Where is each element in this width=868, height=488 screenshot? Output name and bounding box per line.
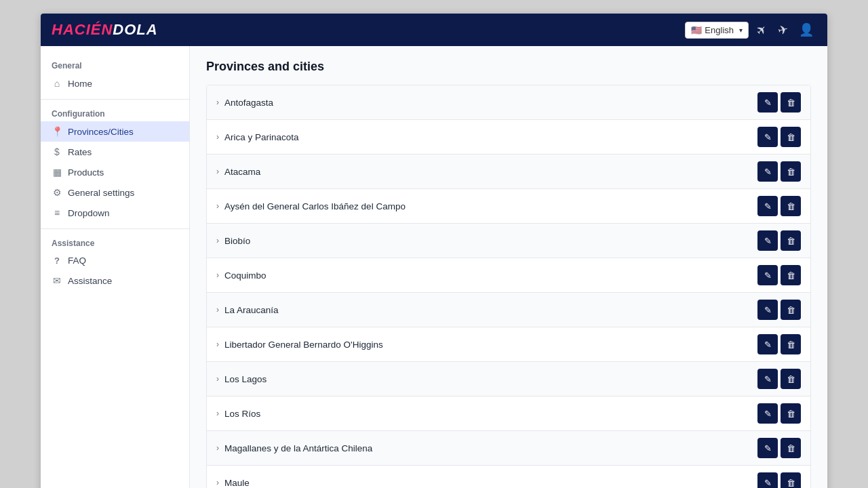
edit-button[interactable]: ✎ <box>757 472 778 488</box>
province-name: Los Ríos <box>224 409 260 419</box>
delete-button[interactable]: 🗑 <box>781 196 801 216</box>
edit-button[interactable]: ✎ <box>757 438 778 458</box>
province-row: › Maule ✎ 🗑 <box>207 466 810 488</box>
sidebar-home-label: Home <box>68 79 92 89</box>
province-name: Aysén del General Carlos Ibáñez del Camp… <box>224 201 406 211</box>
edit-button[interactable]: ✎ <box>757 300 778 320</box>
province-left: › Libertador General Bernardo O'Higgins <box>216 340 383 350</box>
delete-button[interactable]: 🗑 <box>781 161 801 182</box>
sidebar-rates-label: Rates <box>68 147 92 157</box>
chevron-right-icon: › <box>216 167 219 176</box>
edit-button[interactable]: ✎ <box>757 196 778 216</box>
province-left: › Maule <box>216 478 250 488</box>
delete-button[interactable]: 🗑 <box>781 127 801 147</box>
delete-button[interactable]: 🗑 <box>781 92 801 113</box>
sidebar-item-rates[interactable]: $ Rates <box>41 142 189 162</box>
delete-button[interactable]: 🗑 <box>781 265 801 285</box>
province-actions: ✎ 🗑 <box>757 161 801 182</box>
user-button[interactable]: 👤 <box>796 20 816 40</box>
content-area: Provinces and cities › Antofagasta ✎ 🗑 ›… <box>190 46 827 488</box>
province-name: Antofagasta <box>224 98 273 108</box>
logo-white: DOLA <box>113 21 157 38</box>
edit-button[interactable]: ✎ <box>757 403 778 424</box>
chevron-right-icon: › <box>216 340 219 349</box>
province-row: › Biobío ✎ 🗑 <box>207 224 810 258</box>
sidebar-item-dropdown[interactable]: ≡ Dropdown <box>41 203 189 223</box>
province-row: › Antofagasta ✎ 🗑 <box>207 85 810 120</box>
chevron-right-icon: › <box>216 443 219 453</box>
edit-button[interactable]: ✎ <box>757 92 778 113</box>
edit-button[interactable]: ✎ <box>757 127 778 147</box>
delete-button[interactable]: 🗑 <box>781 438 801 458</box>
province-left: › Los Ríos <box>216 409 260 419</box>
edit-button[interactable]: ✎ <box>757 369 778 389</box>
sidebar-item-products[interactable]: ▦ Products <box>41 162 189 182</box>
province-actions: ✎ 🗑 <box>757 334 801 354</box>
delete-button[interactable]: 🗑 <box>781 472 801 488</box>
delete-button[interactable]: 🗑 <box>781 369 801 389</box>
edit-button[interactable]: ✎ <box>757 230 778 251</box>
province-actions: ✎ 🗑 <box>757 403 801 424</box>
province-actions: ✎ 🗑 <box>757 92 801 113</box>
province-row: › Libertador General Bernardo O'Higgins … <box>207 327 810 362</box>
home-icon: ⌂ <box>52 78 62 89</box>
edit-button[interactable]: ✎ <box>757 334 778 354</box>
province-left: › Arica y Parinacota <box>216 132 299 142</box>
sidebar-item-general-settings[interactable]: ⚙ General settings <box>41 182 189 203</box>
chevron-right-icon: › <box>216 236 219 245</box>
province-actions: ✎ 🗑 <box>757 196 801 216</box>
province-left: › Coquimbo <box>216 270 267 281</box>
province-actions: ✎ 🗑 <box>757 300 801 320</box>
province-actions: ✎ 🗑 <box>757 230 801 251</box>
delete-button[interactable]: 🗑 <box>781 300 801 320</box>
province-name: La Araucanía <box>224 305 279 315</box>
send-button-1[interactable]: ✈ <box>749 17 774 42</box>
chevron-right-icon: › <box>216 201 219 211</box>
province-actions: ✎ 🗑 <box>757 127 801 147</box>
sidebar: General ⌂ Home Configuration 📍 Provinces… <box>41 46 190 488</box>
assistance-section-title: Assistance <box>41 235 189 251</box>
delete-button[interactable]: 🗑 <box>781 230 801 251</box>
sidebar-divider-1 <box>41 99 189 100</box>
configuration-section-title: Configuration <box>41 105 189 121</box>
province-name: Magallanes y de la Antártica Chilena <box>224 443 372 453</box>
settings-icon: ⚙ <box>52 187 62 198</box>
sidebar-item-faq[interactable]: ? FAQ <box>41 251 189 270</box>
general-section-title: General <box>41 57 189 73</box>
province-row: › Arica y Parinacota ✎ 🗑 <box>207 120 810 155</box>
chevron-right-icon: › <box>216 98 219 107</box>
province-row: › Los Ríos ✎ 🗑 <box>207 396 810 431</box>
page-title: Provinces and cities <box>206 60 811 74</box>
province-left: › Atacama <box>216 167 260 177</box>
province-name: Coquimbo <box>224 270 267 281</box>
province-actions: ✎ 🗑 <box>757 265 801 285</box>
sidebar-products-label: Products <box>68 167 104 178</box>
delete-button[interactable]: 🗑 <box>781 403 801 424</box>
sidebar-item-provinces[interactable]: 📍 Provinces/Cities <box>41 121 189 142</box>
sidebar-item-home[interactable]: ⌂ Home <box>41 73 189 94</box>
products-icon: ▦ <box>52 167 62 178</box>
edit-button[interactable]: ✎ <box>757 161 778 182</box>
assistance-icon: ✉ <box>52 275 62 286</box>
edit-button[interactable]: ✎ <box>757 265 778 285</box>
chevron-down-icon: ▾ <box>739 26 743 34</box>
send-button-2[interactable]: ✈ <box>773 18 793 42</box>
province-row: › La Araucanía ✎ 🗑 <box>207 293 810 327</box>
province-name: Los Lagos <box>224 374 267 384</box>
delete-button[interactable]: 🗑 <box>781 334 801 354</box>
sidebar-divider-2 <box>41 228 189 229</box>
province-actions: ✎ 🗑 <box>757 438 801 458</box>
language-selector[interactable]: 🇺🇸 English ▾ <box>685 22 749 39</box>
province-name: Atacama <box>224 167 260 177</box>
rates-icon: $ <box>52 146 62 157</box>
sidebar-item-assistance[interactable]: ✉ Assistance <box>41 270 189 291</box>
province-left: › Biobío <box>216 236 250 246</box>
sidebar-settings-label: General settings <box>68 188 134 198</box>
province-left: › Antofagasta <box>216 98 273 108</box>
sidebar-faq-label: FAQ <box>68 256 86 266</box>
sidebar-assistance-label: Assistance <box>68 276 112 286</box>
sidebar-provinces-label: Provinces/Cities <box>68 127 134 137</box>
province-name: Maule <box>224 478 250 488</box>
province-row: › Atacama ✎ 🗑 <box>207 155 810 189</box>
chevron-right-icon: › <box>216 478 219 487</box>
